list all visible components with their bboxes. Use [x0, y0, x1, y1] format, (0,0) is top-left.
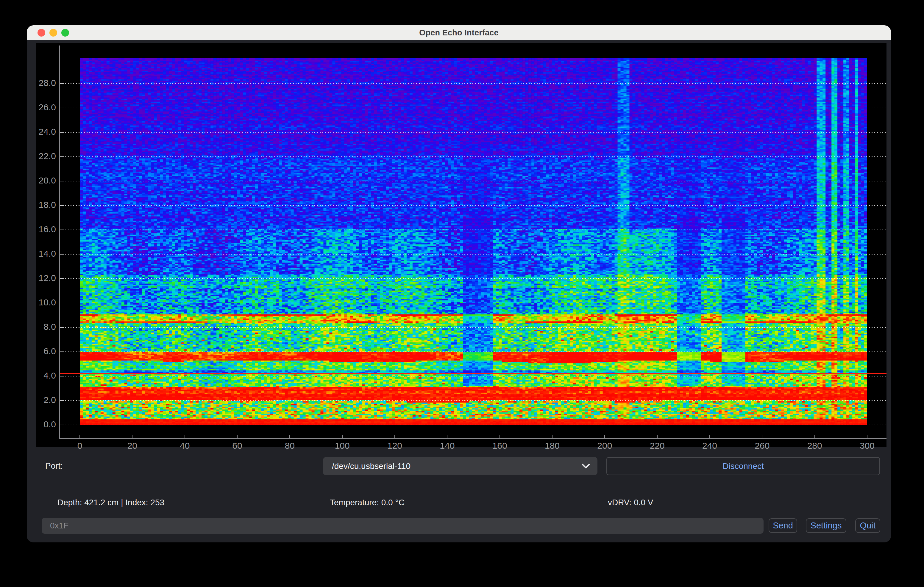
command-input[interactable]	[42, 518, 764, 534]
chevron-down-icon	[581, 463, 590, 469]
x-tick	[447, 435, 447, 438]
x-tick	[185, 435, 185, 438]
y-tick-label: 22.0	[27, 151, 56, 161]
y-tick-label: 10.0	[27, 298, 56, 307]
y-tick	[60, 230, 64, 230]
x-tick-label: 220	[637, 441, 678, 451]
port-select-value: /dev/cu.usbserial-110	[332, 462, 411, 471]
y-tick-label: 20.0	[27, 176, 56, 186]
x-tick-label: 240	[689, 441, 731, 451]
y-tick	[60, 352, 64, 352]
quit-button[interactable]: Quit	[855, 518, 880, 533]
x-tick	[657, 435, 658, 438]
y-tick-label: 2.0	[27, 395, 56, 405]
y-tick-label: 26.0	[27, 102, 56, 112]
x-tick-label: 20	[111, 441, 153, 451]
y-gridline	[60, 327, 886, 328]
window-title: Open Echo Interface	[419, 28, 498, 38]
y-gridline	[60, 376, 886, 377]
y-tick-label: 8.0	[27, 322, 56, 332]
x-tick-label: 200	[584, 441, 625, 451]
y-gridline	[60, 83, 886, 84]
port-select[interactable]: /dev/cu.usbserial-110	[323, 457, 597, 475]
x-axis-line	[59, 438, 886, 439]
y-tick-label: 12.0	[27, 273, 56, 283]
y-gridline	[60, 181, 886, 181]
x-tick-label: 100	[322, 441, 363, 451]
y-tick	[60, 156, 64, 157]
y-tick-label: 16.0	[27, 224, 56, 234]
y-tick	[60, 400, 64, 401]
temperature-status: Temperature: 0.0 °C	[330, 498, 404, 507]
y-gridline	[60, 230, 886, 230]
y-gridline	[60, 108, 886, 108]
y-tick	[60, 181, 64, 181]
x-tick	[762, 435, 762, 438]
y-tick-label: 28.0	[27, 78, 56, 88]
x-tick-label: 280	[794, 441, 836, 451]
x-tick	[500, 435, 500, 438]
x-tick	[604, 435, 605, 438]
disconnect-button[interactable]: Disconnect	[606, 457, 880, 475]
y-tick	[60, 83, 64, 84]
x-tick	[79, 435, 80, 438]
depth-marker-line	[60, 373, 886, 374]
x-tick	[552, 435, 553, 438]
x-tick-label: 180	[531, 441, 573, 451]
spectrogram-canvas	[80, 58, 867, 425]
y-tick-label: 0.0	[27, 419, 56, 429]
y-tick-label: 24.0	[27, 127, 56, 137]
titlebar: Open Echo Interface	[27, 25, 891, 40]
settings-button[interactable]: Settings	[806, 518, 846, 533]
minimize-button[interactable]	[50, 29, 57, 36]
x-tick-label: 140	[426, 441, 468, 451]
x-tick	[815, 435, 815, 438]
y-gridline	[60, 156, 886, 157]
y-tick-label: 14.0	[27, 248, 56, 259]
y-tick	[60, 327, 64, 328]
y-tick	[60, 278, 64, 279]
y-tick-label: 6.0	[27, 346, 56, 356]
x-tick	[342, 435, 343, 438]
vdrv-status: vDRV: 0.0 V	[608, 498, 653, 507]
zoom-button[interactable]	[61, 29, 69, 36]
x-tick-label: 80	[269, 441, 310, 451]
x-tick-label: 260	[741, 441, 783, 451]
x-tick-label: 60	[216, 441, 258, 451]
y-tick	[60, 303, 64, 303]
x-tick-label: 160	[479, 441, 521, 451]
y-tick-label: 4.0	[27, 370, 56, 381]
y-gridline	[60, 254, 886, 255]
y-gridline	[60, 425, 886, 425]
y-gridline	[60, 400, 886, 401]
x-tick	[710, 435, 710, 438]
y-tick-label: 18.0	[27, 200, 56, 210]
x-tick-label: 40	[164, 441, 206, 451]
x-tick-label: 300	[846, 441, 888, 451]
y-axis-line	[59, 46, 60, 439]
x-tick-label: 120	[374, 441, 416, 451]
x-tick	[132, 435, 132, 438]
close-button[interactable]	[38, 29, 45, 36]
app-window: Open Echo Interface 0.02.04.06.08.010.01…	[27, 25, 891, 543]
y-tick	[60, 132, 64, 133]
depth-status: Depth: 421.2 cm | Index: 253	[58, 498, 164, 507]
y-gridline	[60, 352, 886, 352]
y-gridline	[60, 132, 886, 133]
y-tick	[60, 425, 64, 425]
echogram-plot: 0.02.04.06.08.010.012.014.016.018.020.02…	[36, 43, 886, 447]
x-tick	[867, 435, 868, 438]
y-tick	[60, 376, 64, 377]
x-tick-label: 0	[59, 441, 101, 451]
y-gridline	[60, 278, 886, 279]
y-tick	[60, 254, 64, 255]
x-tick	[289, 435, 290, 438]
x-tick	[237, 435, 238, 438]
send-button[interactable]: Send	[769, 518, 797, 533]
y-tick	[60, 108, 64, 108]
x-tick	[394, 435, 395, 438]
y-gridline	[60, 303, 886, 303]
y-tick	[60, 205, 64, 206]
port-label: Port:	[45, 461, 63, 471]
y-gridline	[60, 205, 886, 206]
